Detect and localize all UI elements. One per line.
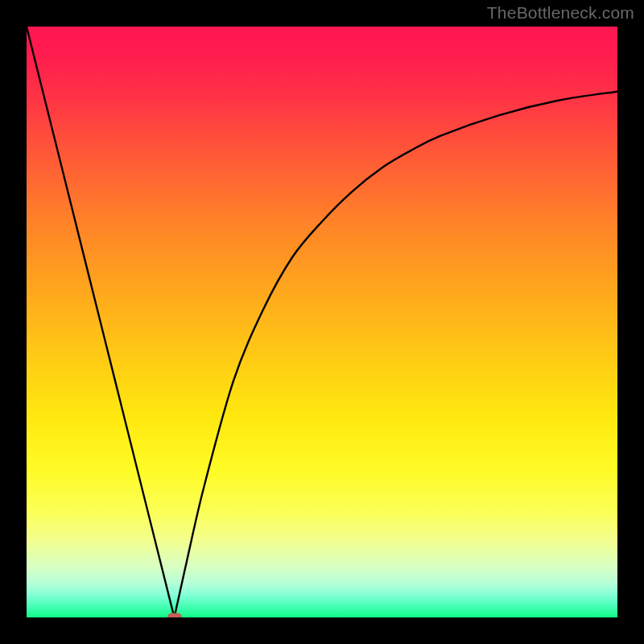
optimal-marker <box>167 613 182 618</box>
plot-area <box>27 27 617 617</box>
curve-svg <box>27 27 617 617</box>
watermark-text: TheBottleneck.com <box>487 3 634 23</box>
bottleneck-curve <box>27 27 617 617</box>
chart-frame: TheBottleneck.com <box>0 0 644 644</box>
